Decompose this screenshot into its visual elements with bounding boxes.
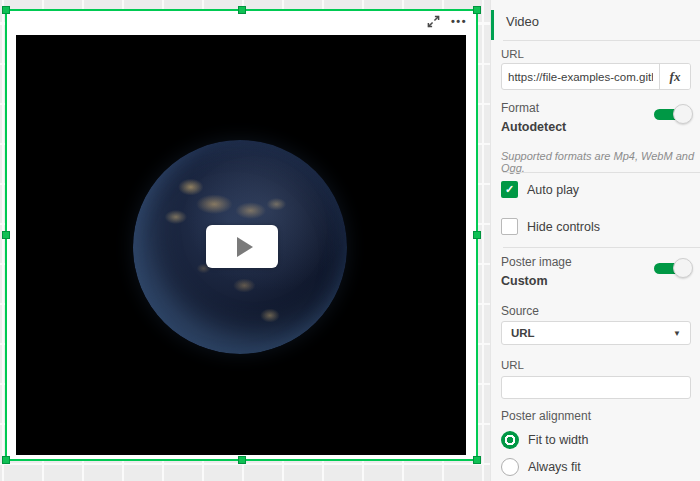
divider [503, 40, 700, 41]
panel-title: Video [506, 14, 539, 29]
toggle-knob [673, 104, 693, 124]
panel-accent-bar [491, 10, 494, 40]
check-glyph: ✓ [505, 183, 514, 196]
format-toggle[interactable] [654, 104, 690, 124]
source-label: Source [501, 304, 539, 318]
source-dropdown[interactable]: URL ▼ [501, 321, 691, 345]
selection-handle-top-right[interactable] [473, 6, 481, 14]
selection-handle-middle-right[interactable] [473, 231, 481, 239]
url-input-group: fx [501, 63, 691, 90]
selection-handle-bottom-middle[interactable] [238, 456, 246, 464]
fullscreen-expand-icon[interactable] [427, 14, 441, 28]
supported-formats-note: Supported formats are Mp4, WebM and Ogg. [501, 150, 700, 174]
selection-handle-top-left[interactable] [2, 6, 10, 14]
sheet-canvas-grid[interactable]: ••• [0, 0, 490, 481]
object-toolbar: ••• [427, 14, 467, 28]
poster-image-toggle[interactable] [654, 258, 690, 278]
hide-controls-checkbox-row[interactable]: Hide controls [501, 218, 600, 235]
expression-fx-button[interactable]: fx [659, 64, 690, 89]
hide-controls-label: Hide controls [527, 220, 600, 234]
source-dropdown-value: URL [502, 327, 673, 339]
fit-to-width-label: Fit to width [528, 433, 588, 447]
toggle-knob [673, 258, 693, 278]
auto-play-checkbox-row[interactable]: ✓ Auto play [501, 181, 579, 198]
poster-url-input[interactable] [502, 377, 690, 398]
divider [503, 172, 700, 173]
selection-handle-bottom-right[interactable] [473, 456, 481, 464]
poster-image-value: Custom [501, 274, 548, 288]
poster-url-input-group [501, 376, 691, 399]
url-label: URL [501, 48, 524, 60]
play-icon [237, 237, 253, 257]
properties-panel: Video URL fx Format Autodetect Supported… [490, 0, 700, 481]
poster-alignment-label: Poster alignment [501, 409, 591, 423]
poster-image-label: Poster image [501, 255, 572, 269]
selection-handle-middle-left[interactable] [2, 231, 10, 239]
format-value: Autodetect [501, 120, 566, 134]
divider [503, 247, 700, 248]
checkbox-checked-icon: ✓ [501, 181, 518, 198]
video-object[interactable]: ••• [6, 10, 477, 460]
always-fit-radio-row[interactable]: Always fit [501, 458, 581, 476]
auto-play-label: Auto play [527, 183, 579, 197]
fit-to-width-radio-row[interactable]: Fit to width [501, 431, 588, 449]
radio-unselected-icon [501, 458, 519, 476]
video-screen[interactable] [16, 35, 466, 455]
play-button[interactable] [206, 225, 278, 268]
app-window: ••• Video URL fx [0, 0, 700, 481]
selection-handle-top-middle[interactable] [238, 6, 246, 14]
always-fit-label: Always fit [528, 460, 581, 474]
poster-url-label: URL [501, 359, 524, 371]
url-input[interactable] [502, 64, 659, 89]
selection-handle-bottom-left[interactable] [2, 456, 10, 464]
more-options-icon[interactable]: ••• [451, 14, 467, 28]
chevron-down-icon: ▼ [673, 329, 690, 338]
radio-selected-icon [501, 431, 519, 449]
format-label: Format [501, 101, 539, 115]
checkbox-unchecked-icon [501, 218, 518, 235]
